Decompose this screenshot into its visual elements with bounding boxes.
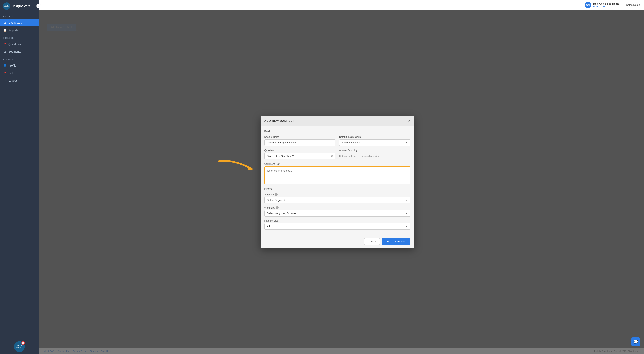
basic-section-label: Basic bbox=[264, 130, 410, 133]
sidebar-item-profile[interactable]: 👤 Profile bbox=[0, 62, 39, 69]
modal-title: ADD NEW DASHLET bbox=[264, 119, 294, 122]
sidebar-item-label: Segments bbox=[8, 50, 21, 53]
sidebar-item-label: Dashboard bbox=[8, 21, 22, 24]
add-dashlet-modal: ADD NEW DASHLET × Basic Dashlet Name bbox=[260, 116, 414, 248]
weight-select[interactable]: Select Weighting Scheme bbox=[264, 210, 410, 217]
modal-container: ADD NEW DASHLET × Basic Dashlet Name bbox=[260, 116, 422, 248]
questions-icon: ❓ bbox=[3, 42, 6, 46]
form-row-1: Dashlet Name Default Insight Count Show … bbox=[264, 136, 410, 146]
segment-label: Segment i bbox=[264, 193, 410, 196]
notification-badge: 13 bbox=[21, 341, 25, 345]
sidebar-collapse-button[interactable]: ‹ bbox=[36, 3, 41, 8]
modal-close-button[interactable]: × bbox=[408, 119, 410, 123]
cancel-button[interactable]: Cancel bbox=[364, 238, 380, 245]
user-info: CN Hey, Cyn Sales Demo! LOGOUT ↩ Sales D… bbox=[584, 1, 640, 8]
profile-icon: 👤 bbox=[3, 64, 6, 67]
filters-section-label: Filters bbox=[264, 187, 410, 190]
answer-grouping-group: Answer Grouping Not available for the se… bbox=[339, 149, 410, 160]
question-group: Question * × bbox=[264, 149, 336, 160]
reports-icon: 📋 bbox=[3, 28, 6, 32]
sidebar-item-label: Help bbox=[8, 72, 14, 75]
segment-group: Segment i Select Segment bbox=[264, 193, 410, 203]
civic-bottom-logo: CIVIC SCIENCE 13 bbox=[14, 341, 25, 352]
question-input[interactable] bbox=[267, 154, 331, 158]
comment-group: Comment Text bbox=[264, 163, 410, 184]
sidebar-item-logout[interactable]: → Logout bbox=[0, 77, 39, 84]
comment-textarea-wrapper bbox=[264, 166, 410, 184]
question-field-wrapper: × bbox=[264, 153, 336, 159]
user-greeting: Hey, Cyn Sales Demo! bbox=[593, 2, 620, 5]
logout-link[interactable]: LOGOUT ↩ bbox=[593, 5, 605, 8]
sidebar-footer: CIVIC SCIENCE 13 bbox=[0, 339, 39, 354]
filters-section: Filters Segment i Select Segment bbox=[264, 187, 410, 230]
dashlet-name-label: Dashlet Name bbox=[264, 136, 336, 138]
form-row-2: Question * × Answer Grouping Not availab… bbox=[264, 149, 410, 160]
sidebar-item-help[interactable]: ❓ Help bbox=[0, 69, 39, 77]
insight-count-select[interactable]: Show 5 InsightsShow 10 InsightsShow 15 I… bbox=[339, 139, 410, 146]
civic-logo-icon: CIVIC SCIENCE bbox=[3, 2, 10, 10]
add-to-dashboard-button[interactable]: Add to Dashboard bbox=[382, 238, 410, 245]
comment-textarea[interactable] bbox=[265, 167, 410, 183]
svg-marker-0 bbox=[248, 166, 254, 171]
app-name: InsightStore bbox=[12, 4, 30, 8]
dashlet-name-input[interactable] bbox=[264, 139, 336, 146]
user-details: Hey, Cyn Sales Demo! LOGOUT ↩ bbox=[593, 2, 620, 8]
answer-grouping-text: Not available for the selected question bbox=[339, 153, 410, 160]
explore-section-label: EXPLORE bbox=[0, 34, 39, 40]
segment-info-icon[interactable]: i bbox=[275, 193, 278, 196]
date-filter-select[interactable]: All bbox=[264, 223, 410, 230]
top-header: CN Hey, Cyn Sales Demo! LOGOUT ↩ Sales D… bbox=[39, 0, 644, 10]
weight-info-icon[interactable]: i bbox=[276, 206, 279, 209]
sidebar-logo: CIVIC SCIENCE InsightStore ‹ bbox=[0, 0, 39, 12]
required-indicator: * bbox=[275, 149, 276, 152]
answer-grouping-label: Answer Grouping bbox=[339, 149, 410, 152]
weight-label: Weight by i bbox=[264, 206, 410, 209]
sidebar-item-label: Logout bbox=[8, 79, 17, 82]
main-content: Add New Dashlet ADD NEW DASHLET × bbox=[39, 10, 644, 354]
dashlet-name-group: Dashlet Name bbox=[264, 136, 336, 146]
sidebar-item-questions[interactable]: ❓ Questions bbox=[0, 40, 39, 48]
sidebar-item-segments[interactable]: ⊟ Segments bbox=[0, 48, 39, 55]
modal-footer: Cancel Add to Dashboard bbox=[260, 235, 414, 248]
modal-body: Basic Dashlet Name Default Insight Count… bbox=[260, 126, 414, 235]
user-avatar: CN bbox=[584, 1, 591, 8]
question-clear-button[interactable]: × bbox=[331, 155, 333, 158]
dashboard-icon: ⊞ bbox=[3, 21, 6, 24]
arrow-annotation bbox=[217, 157, 256, 174]
sidebar-item-label: Reports bbox=[8, 28, 18, 32]
segment-select[interactable]: Select Segment bbox=[264, 197, 410, 203]
comment-label: Comment Text bbox=[264, 163, 410, 165]
help-icon: ❓ bbox=[3, 71, 6, 75]
sidebar: CIVIC SCIENCE InsightStore ‹ ANALYZE ⊞ D… bbox=[0, 0, 39, 354]
insight-count-label: Default Insight Count bbox=[339, 136, 410, 138]
analyze-section-label: ANALYZE bbox=[0, 12, 39, 19]
date-filter-group: Filter by Date All bbox=[264, 219, 410, 230]
modal-backdrop: ADD NEW DASHLET × Basic Dashlet Name bbox=[39, 10, 644, 354]
date-filter-label: Filter by Date bbox=[264, 219, 410, 222]
insight-count-group: Default Insight Count Show 5 InsightsSho… bbox=[339, 136, 410, 146]
sidebar-item-label: Profile bbox=[8, 64, 16, 67]
segments-icon: ⊟ bbox=[3, 50, 6, 53]
sidebar-item-dashboard[interactable]: ⊞ Dashboard bbox=[0, 19, 39, 26]
sidebar-item-reports[interactable]: 📋 Reports bbox=[0, 26, 39, 34]
chat-button[interactable]: 💬 bbox=[631, 338, 640, 346]
advanced-section-label: ADVANCED bbox=[0, 55, 39, 62]
modal-header: ADD NEW DASHLET × bbox=[260, 116, 414, 126]
sidebar-item-label: Questions bbox=[8, 43, 21, 46]
org-badge: Sales Demo bbox=[626, 3, 640, 6]
weight-group: Weight by i Select Weighting Scheme bbox=[264, 206, 410, 217]
logout-icon: → bbox=[3, 79, 6, 82]
question-label: Question * bbox=[264, 149, 336, 152]
